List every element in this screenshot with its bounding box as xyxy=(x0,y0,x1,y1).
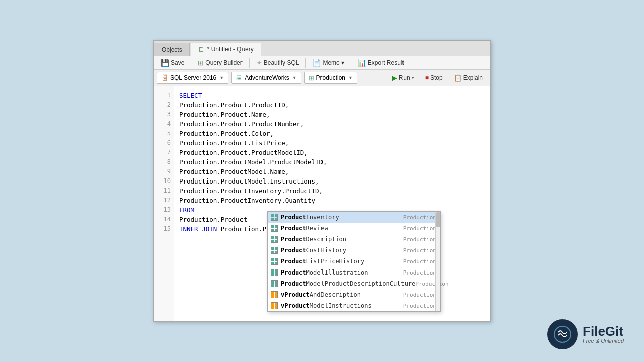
database-icon: 🏛 xyxy=(236,74,243,82)
ac-name-0: ProductInventory xyxy=(281,214,403,221)
server-label: SQL Server 2016 xyxy=(170,74,216,81)
ac-name-4: ProductListPriceHistory xyxy=(281,258,403,265)
ac-item-1[interactable]: ProductReview Production xyxy=(268,223,440,234)
ac-icon-7 xyxy=(270,291,279,299)
schema-dropdown[interactable]: ⊞ Production ▼ xyxy=(304,72,357,84)
editor-area: 12345 678910 1112131415 SELECT Productio… xyxy=(154,86,490,321)
ac-icon-8 xyxy=(270,302,279,310)
export-result-button[interactable]: 📊 Export Result xyxy=(354,58,408,68)
run-icon: ▶ xyxy=(392,74,397,82)
export-label: Export Result xyxy=(368,59,404,66)
beautify-icon: ✦ xyxy=(256,59,262,67)
filegit-tagline: Free & Unlimited xyxy=(583,338,624,344)
stop-button[interactable]: ■ Stop xyxy=(421,73,447,82)
ac-schema-0: Production xyxy=(403,214,438,221)
ac-name-3: ProductCostHistory xyxy=(281,247,403,254)
filegit-logo: FileGit Free & Unlimited xyxy=(547,319,624,349)
explain-label: Explain xyxy=(463,74,483,81)
ac-item-7[interactable]: vProductAndDescription Production xyxy=(268,289,440,300)
query-builder-button[interactable]: ⊞ Query Builder xyxy=(194,58,246,68)
ac-item-6[interactable]: ProductModelProductDescriptionCulture Pr… xyxy=(268,278,440,289)
save-icon: 💾 xyxy=(160,59,169,67)
ac-schema-2: Production xyxy=(403,236,438,243)
memo-icon: 📄 xyxy=(312,59,321,67)
schema-label: Production xyxy=(316,74,345,81)
conn-bar: 🗄 SQL Server 2016 ▼ 🏛 AdventureWorks ▼ ⊞… xyxy=(154,70,490,86)
ac-schema-7: Production xyxy=(403,292,438,298)
sep3 xyxy=(305,58,306,68)
ac-item-8[interactable]: vProductModelInstructions Production xyxy=(268,300,440,311)
tab-query-label: * Untitled - Query xyxy=(207,46,254,53)
ac-schema-8: Production xyxy=(403,303,438,309)
explain-icon: 📋 xyxy=(454,74,462,82)
tab-objects[interactable]: Objects xyxy=(154,43,190,56)
server-icon: 🗄 xyxy=(162,74,168,82)
query-tab-icon: 🗒 xyxy=(198,46,205,53)
ac-item-0[interactable]: ProductInventory Production xyxy=(268,212,440,223)
stop-label: Stop xyxy=(430,74,443,81)
save-button[interactable]: 💾 Save xyxy=(157,58,188,68)
ac-icon-6 xyxy=(270,280,279,288)
ac-schema-5: Production xyxy=(403,269,438,276)
database-arrow: ▼ xyxy=(292,75,297,80)
server-dropdown[interactable]: 🗄 SQL Server 2016 ▼ xyxy=(157,72,228,84)
run-arrow: ▾ xyxy=(412,75,414,80)
beautify-sql-button[interactable]: ✦ Beautify SQL xyxy=(253,58,303,68)
ac-schema-6: Production xyxy=(415,281,450,287)
ac-item-5[interactable]: ProductModelIllustration Production xyxy=(268,267,440,278)
ac-schema-4: Production xyxy=(403,258,438,265)
ac-name-5: ProductModelIllustration xyxy=(281,269,403,276)
query-builder-icon: ⊞ xyxy=(198,59,204,67)
database-label: AdventureWorks xyxy=(245,74,289,81)
memo-label: Memo xyxy=(323,59,339,66)
filegit-name: FileGit xyxy=(583,325,624,338)
ac-item-3[interactable]: ProductCostHistory Production xyxy=(268,245,440,256)
schema-arrow: ▼ xyxy=(348,75,353,80)
server-arrow: ▼ xyxy=(219,75,224,80)
filegit-text: FileGit Free & Unlimited xyxy=(583,325,624,344)
ac-icon-0 xyxy=(270,213,279,221)
sep4 xyxy=(351,58,351,68)
ac-item-2[interactable]: ProductDescription Production xyxy=(268,234,440,245)
sep1 xyxy=(191,58,191,68)
ac-icon-4 xyxy=(270,257,279,265)
scrollbar-thumb xyxy=(436,212,440,227)
main-window: Objects 🗒 * Untitled - Query 💾 Save ⊞ Qu… xyxy=(153,40,491,322)
ac-name-8: vProductModelInstructions xyxy=(281,302,403,309)
memo-button[interactable]: 📄 Memo ▾ xyxy=(309,58,347,68)
line-numbers: 12345 678910 1112131415 xyxy=(154,86,174,321)
explain-button[interactable]: 📋 Explain xyxy=(450,73,487,83)
query-builder-label: Query Builder xyxy=(205,59,242,66)
ac-name-7: vProductAndDescription xyxy=(281,291,403,298)
schema-icon: ⊞ xyxy=(309,74,314,82)
toolbar: 💾 Save ⊞ Query Builder ✦ Beautify SQL 📄 … xyxy=(154,56,490,70)
sep2 xyxy=(249,58,250,68)
database-dropdown[interactable]: 🏛 AdventureWorks ▼ xyxy=(231,72,301,84)
ac-name-2: ProductDescription xyxy=(281,236,403,243)
ac-icon-2 xyxy=(270,235,279,243)
ac-schema-1: Production xyxy=(403,225,438,232)
stop-icon: ■ xyxy=(425,74,429,81)
tab-bar: Objects 🗒 * Untitled - Query xyxy=(154,41,490,56)
run-button[interactable]: ▶ Run ▾ xyxy=(388,73,418,83)
ac-schema-3: Production xyxy=(403,247,438,254)
memo-arrow: ▾ xyxy=(341,59,344,66)
save-label: Save xyxy=(171,59,184,66)
ac-name-1: ProductReview xyxy=(281,225,403,232)
tab-query[interactable]: 🗒 * Untitled - Query xyxy=(191,43,261,56)
filegit-icon xyxy=(547,319,578,349)
tab-objects-label: Objects xyxy=(162,46,182,53)
ac-icon-5 xyxy=(270,268,279,277)
svg-point-0 xyxy=(554,326,571,342)
ac-item-4[interactable]: ProductListPriceHistory Production xyxy=(268,256,440,267)
ac-icon-1 xyxy=(270,224,279,232)
autocomplete-dropdown: ProductInventory Production ProductRevie… xyxy=(267,211,441,312)
autocomplete-scrollbar[interactable] xyxy=(435,212,440,311)
export-icon: 📊 xyxy=(358,59,366,67)
ac-icon-3 xyxy=(270,246,279,254)
ac-name-6: ProductModelProductDescriptionCulture xyxy=(281,280,415,287)
beautify-label: Beautify SQL xyxy=(264,59,299,66)
run-label: Run xyxy=(399,74,410,81)
